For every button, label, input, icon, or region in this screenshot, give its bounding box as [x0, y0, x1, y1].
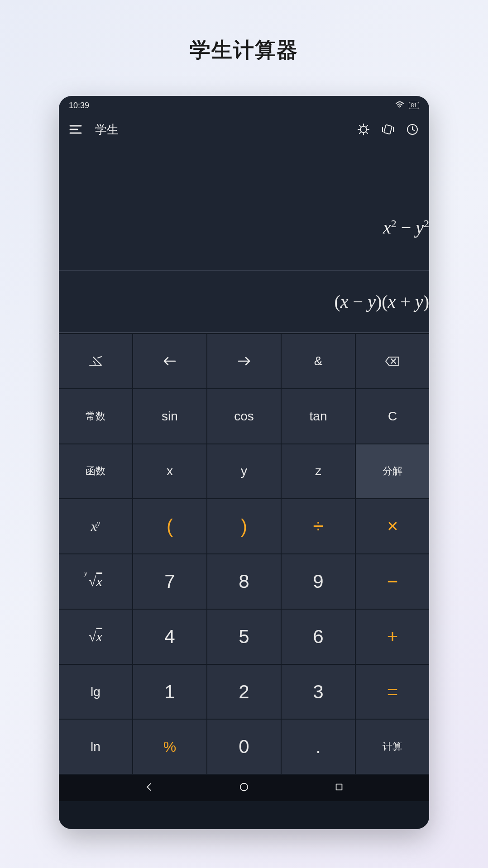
result-display: (x − y)(x + y)	[59, 270, 429, 333]
key-divide[interactable]: ÷	[282, 499, 355, 553]
svg-line-10	[367, 133, 368, 134]
svg-line-11	[367, 125, 368, 126]
key-functions[interactable]: 函数	[59, 444, 132, 499]
key-ampersand[interactable]: &	[282, 334, 355, 388]
key-clear[interactable]: C	[356, 389, 429, 444]
key-0[interactable]: 0	[207, 720, 281, 774]
key-multiply[interactable]: ✕	[356, 499, 429, 553]
status-time: 10:39	[69, 101, 89, 110]
key-rparen[interactable]: )	[207, 499, 281, 553]
key-percent[interactable]: %	[133, 720, 206, 774]
svg-point-0	[399, 107, 400, 108]
svg-rect-23	[336, 784, 342, 790]
nav-back-icon[interactable]	[144, 782, 154, 794]
key-equals[interactable]: =	[356, 665, 429, 719]
key-factorize[interactable]: 分解	[356, 444, 429, 499]
android-nav-bar	[59, 775, 429, 801]
key-constants[interactable]: 常数	[59, 389, 132, 444]
phone-frame: 10:39 81 学生 x2 − y2 (x − y	[59, 96, 429, 829]
theme-icon[interactable]	[355, 121, 372, 138]
svg-line-17	[98, 357, 101, 358]
key-sqrt[interactable]: √x	[59, 610, 132, 664]
page-title: 学生计算器	[190, 36, 298, 64]
key-plus[interactable]: +	[356, 610, 429, 664]
history-icon[interactable]	[404, 121, 421, 138]
key-lg[interactable]: lg	[59, 665, 132, 719]
key-dot[interactable]: .	[282, 720, 355, 774]
key-2[interactable]: 2	[207, 665, 281, 719]
nav-home-icon[interactable]	[239, 782, 249, 794]
key-tan[interactable]: tan	[282, 389, 355, 444]
app-bar: 学生	[59, 115, 429, 144]
svg-point-22	[240, 783, 248, 791]
key-4[interactable]: 4	[133, 610, 206, 664]
key-var-x[interactable]: x	[133, 444, 206, 499]
key-compute[interactable]: 计算	[356, 720, 429, 774]
key-var-y[interactable]: y	[207, 444, 281, 499]
svg-line-12	[359, 133, 360, 134]
battery-indicator: 81	[409, 102, 419, 109]
key-6[interactable]: 6	[282, 610, 355, 664]
key-backspace[interactable]	[356, 334, 429, 388]
key-var-z[interactable]: z	[282, 444, 355, 499]
key-cursor-left[interactable]	[133, 334, 206, 388]
vibrate-icon[interactable]	[379, 121, 397, 138]
key-lparen[interactable]: (	[133, 499, 206, 553]
expression-display[interactable]: x2 − y2	[59, 144, 429, 270]
key-sin[interactable]: sin	[133, 389, 206, 444]
key-power[interactable]: xy	[59, 499, 132, 553]
display-area: x2 − y2 (x − y)(x + y)	[59, 144, 429, 333]
svg-rect-13	[384, 124, 392, 134]
key-minus[interactable]: −	[356, 554, 429, 609]
key-cos[interactable]: cos	[207, 389, 281, 444]
key-ln[interactable]: ln	[59, 720, 132, 774]
svg-point-4	[360, 126, 367, 133]
key-nth-root[interactable]: y √x	[59, 554, 132, 609]
svg-line-9	[359, 125, 360, 126]
wifi-icon	[395, 101, 404, 110]
key-1[interactable]: 1	[133, 665, 206, 719]
nav-recents-icon[interactable]	[334, 782, 344, 794]
keypad: & 常数 sin cos tan C 函数 x y z 分解 xy ( ) ÷ …	[59, 333, 429, 829]
key-9[interactable]: 9	[282, 554, 355, 609]
menu-icon[interactable]	[67, 121, 84, 138]
key-8[interactable]: 8	[207, 554, 281, 609]
key-angle[interactable]	[59, 334, 132, 388]
key-3[interactable]: 3	[282, 665, 355, 719]
app-bar-title: 学生	[95, 122, 348, 138]
key-5[interactable]: 5	[207, 610, 281, 664]
status-bar: 10:39 81	[59, 96, 429, 115]
key-cursor-right[interactable]	[207, 334, 281, 388]
key-7[interactable]: 7	[133, 554, 206, 609]
